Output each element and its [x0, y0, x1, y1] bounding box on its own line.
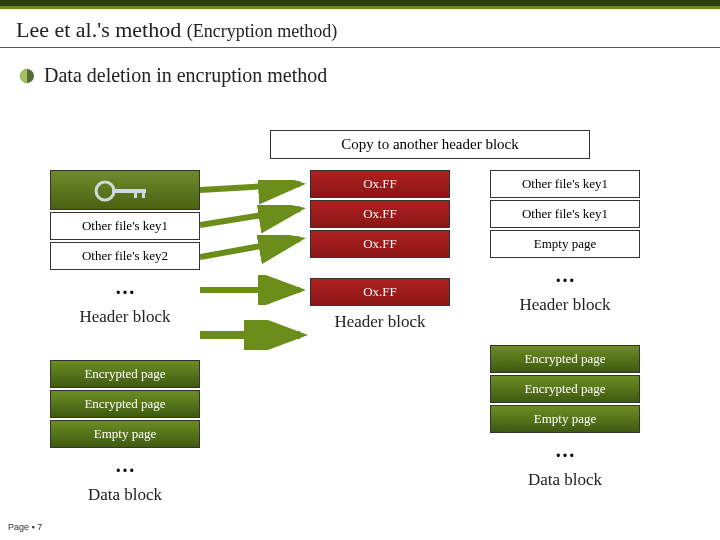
label-data-block: Data block	[490, 466, 640, 494]
cell-other-key: Other file's key1	[490, 200, 640, 228]
svg-rect-3	[142, 189, 145, 198]
dots: …	[50, 450, 200, 481]
svg-line-5	[200, 209, 300, 225]
col-header-right: Other file's key1 Other file's key1 Empt…	[490, 170, 640, 319]
title-underline	[0, 47, 720, 48]
svg-rect-1	[112, 189, 146, 193]
svg-point-0	[96, 182, 114, 200]
col-header-mid: Ox.FF Ox.FF Ox.FF Ox.FF Header block	[310, 170, 450, 336]
bullet-text: Data deletion in encruption method	[44, 64, 327, 87]
cell-oxff: Ox.FF	[310, 230, 450, 258]
title-main: Lee et al.'s method	[16, 17, 181, 42]
cell-key2: Other file's key2	[50, 242, 200, 270]
svg-rect-2	[134, 189, 137, 198]
cell-oxff: Ox.FF	[310, 200, 450, 228]
bullet-row: Data deletion in encruption method	[0, 58, 720, 93]
label-header-block: Header block	[490, 291, 640, 319]
dots: …	[490, 435, 640, 466]
arrow-icon	[200, 235, 310, 265]
label-header-block: Header block	[310, 308, 450, 336]
arrow-icon	[200, 275, 310, 305]
cell-empty: Empty page	[490, 405, 640, 433]
dots: …	[490, 260, 640, 291]
col-data-right: Encrypted page Encrypted page Empty page…	[490, 345, 640, 494]
cell-encrypted: Encrypted page	[490, 345, 640, 373]
col-header-left: Other file's key1 Other file's key2 … He…	[50, 170, 200, 331]
copy-label-box: Copy to another header block	[270, 130, 590, 159]
page-number: Page ▪ 7	[8, 522, 42, 532]
key-icon-cell	[50, 170, 200, 210]
title-sub: (Encryption method)	[187, 21, 337, 41]
arrow-icon	[200, 320, 310, 350]
svg-line-4	[200, 184, 300, 190]
svg-line-6	[200, 239, 300, 257]
key-icon	[90, 176, 160, 206]
arrow-icon	[200, 205, 310, 235]
cell-empty: Empty page	[490, 230, 640, 258]
cell-key1: Other file's key1	[50, 212, 200, 240]
label-data-block: Data block	[50, 481, 200, 509]
cell-oxff: Ox.FF	[310, 170, 450, 198]
cell-encrypted: Encrypted page	[490, 375, 640, 403]
bullet-icon	[20, 69, 34, 83]
dots: …	[50, 272, 200, 303]
label-header-block: Header block	[50, 303, 200, 331]
cell-encrypted: Encrypted page	[50, 360, 200, 388]
cell-oxff: Ox.FF	[310, 278, 450, 306]
slide-title: Lee et al.'s method (Encryption method)	[0, 9, 720, 47]
cell-encrypted: Encrypted page	[50, 390, 200, 418]
cell-empty: Empty page	[50, 420, 200, 448]
col-data-left: Encrypted page Encrypted page Empty page…	[50, 360, 200, 509]
cell-other-key: Other file's key1	[490, 170, 640, 198]
